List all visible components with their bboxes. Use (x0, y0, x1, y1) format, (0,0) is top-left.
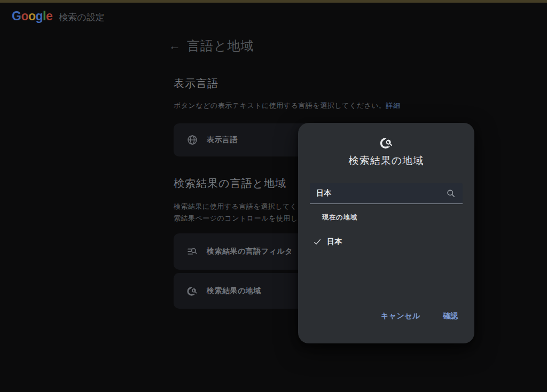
card-label: 検索結果の地域 (207, 286, 261, 296)
region-search-box (310, 183, 463, 204)
logo-letter: g (36, 9, 43, 23)
option-label: 日本 (327, 237, 342, 247)
manage-search-icon (186, 246, 198, 257)
logo-letter: o (28, 9, 36, 23)
description-text: ボタンなどの表示テキストに使用する言語を選択してください。 (174, 101, 386, 109)
app-title: 検索の設定 (59, 11, 104, 23)
description-line: 検索結果に使用する言語を選択してく (174, 201, 298, 213)
travel-explore-icon (186, 285, 198, 297)
logo-letter: o (21, 9, 28, 23)
region-search-input[interactable] (310, 189, 446, 198)
check-icon (313, 238, 322, 246)
globe-icon (186, 134, 198, 146)
results-language-description: 検索結果に使用する言語を選択してく 索結果ページのコントロールを使用し (174, 201, 298, 224)
section-heading-display-language: 表示言語 (174, 76, 218, 91)
dialog-title: 検索結果の地域 (298, 154, 474, 168)
logo-letter: G (12, 9, 21, 23)
search-icon (446, 188, 456, 199)
back-button[interactable]: ← (169, 39, 187, 53)
current-region-label: 現在の地域 (322, 213, 357, 222)
card-label: 表示言語 (207, 135, 238, 145)
description-line: 索結果ページのコントロールを使用し (174, 213, 298, 224)
confirm-button[interactable]: 確認 (441, 308, 460, 324)
travel-explore-icon (298, 136, 474, 150)
display-language-description: ボタンなどの表示テキストに使用する言語を選択してください。詳細 (174, 101, 401, 111)
section-heading-results-language-region: 検索結果の言語と地域 (174, 176, 286, 191)
cancel-button[interactable]: キャンセル (379, 308, 423, 324)
search-settings-page: Google 検索の設定 ← 言語と地域 表示言語 ボタンなどの表示テキストに使… (0, 0, 547, 392)
page-title-row: ← 言語と地域 (169, 37, 254, 54)
top-stripe (0, 0, 547, 3)
region-dialog: 検索結果の地域 現在の地域 日本 キャンセル 確認 (298, 123, 474, 343)
page-title: 言語と地域 (187, 37, 254, 54)
google-logo: Google (12, 9, 52, 23)
details-link[interactable]: 詳細 (386, 101, 401, 109)
dialog-actions: キャンセル 確認 (379, 308, 460, 324)
logo-letter: e (46, 9, 52, 23)
app-header: Google 検索の設定 (12, 9, 105, 23)
region-option-japan[interactable]: 日本 (309, 233, 464, 251)
card-label: 検索結果の言語フィルタ (207, 247, 293, 256)
